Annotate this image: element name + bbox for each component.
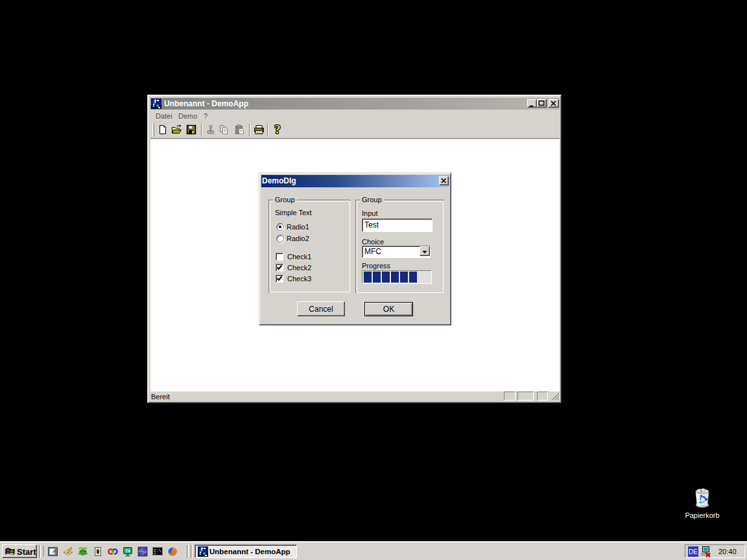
svg-text:DE: DE [689,548,698,555]
svg-text:C:\: C:\ [154,549,161,554]
svg-text:?: ? [275,124,281,135]
svg-text:TX: TX [125,549,130,553]
